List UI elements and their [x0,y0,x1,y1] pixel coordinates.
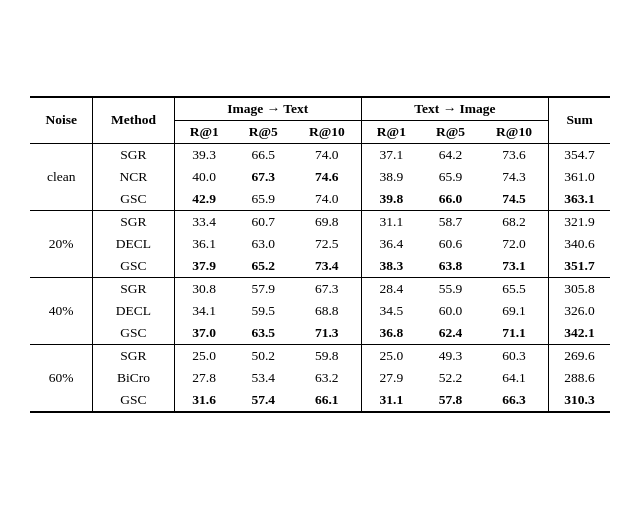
data-cell-i_r1: 30.8 [174,277,234,300]
noise-cell: clean [30,143,93,210]
data-cell-t_r1: 28.4 [361,277,421,300]
data-cell-t_r1: 34.5 [361,300,421,322]
data-cell-t_r10: 73.6 [480,143,549,166]
table-row: 60%SGR25.050.259.825.049.360.3269.6 [30,344,610,367]
data-cell-i_r10: 74.0 [293,143,362,166]
data-cell-t_r10: 69.1 [480,300,549,322]
data-cell-t_r10: 74.5 [480,188,549,211]
data-cell-i_r10: 63.2 [293,367,362,389]
data-cell-i_r5: 57.9 [234,277,293,300]
data-cell-i_r10: 66.1 [293,389,362,412]
table-row: GSC37.965.273.438.363.873.1351.7 [30,255,610,278]
data-cell-i_r1: 27.8 [174,367,234,389]
data-cell-t_r5: 49.3 [421,344,480,367]
table-row: BiCro27.853.463.227.952.264.1288.6 [30,367,610,389]
img-to-text-header: Image → Text [174,97,361,121]
data-cell-i_r5: 59.5 [234,300,293,322]
data-cell-i_r1: 39.3 [174,143,234,166]
data-cell-t_r1: 39.8 [361,188,421,211]
data-cell-t_r1: 38.9 [361,166,421,188]
data-cell-i_r5: 63.0 [234,233,293,255]
data-cell-i_r1: 31.6 [174,389,234,412]
table-row: DECL34.159.568.834.560.069.1326.0 [30,300,610,322]
method-cell: SGR [93,210,174,233]
data-cell-i_r1: 34.1 [174,300,234,322]
data-cell-t_r5: 66.0 [421,188,480,211]
method-cell: GSC [93,255,174,278]
table-row: cleanSGR39.366.574.037.164.273.6354.7 [30,143,610,166]
method-cell: GSC [93,389,174,412]
data-cell-i_r5: 65.2 [234,255,293,278]
results-table: Noise Method Image → Text Text → Image S… [30,96,610,413]
table-row: NCR40.067.374.638.965.974.3361.0 [30,166,610,188]
data-cell-i_r1: 36.1 [174,233,234,255]
data-cell-i_r10: 71.3 [293,322,362,345]
data-cell-i_r5: 63.5 [234,322,293,345]
method-cell: GSC [93,188,174,211]
data-cell-t_r1: 31.1 [361,389,421,412]
data-cell-i_r10: 72.5 [293,233,362,255]
data-cell-i_r1: 37.9 [174,255,234,278]
data-cell-t_r10: 73.1 [480,255,549,278]
method-cell: SGR [93,277,174,300]
noise-cell: 40% [30,277,93,344]
data-cell-sum: 321.9 [549,210,610,233]
table-row: GSC37.063.571.336.862.471.1342.1 [30,322,610,345]
data-cell-sum: 288.6 [549,367,610,389]
data-cell-t_r10: 60.3 [480,344,549,367]
table-row: 40%SGR30.857.967.328.455.965.5305.8 [30,277,610,300]
header-row-1: Noise Method Image → Text Text → Image S… [30,97,610,121]
table-row: GSC31.657.466.131.157.866.3310.3 [30,389,610,412]
t-r1-header: R@1 [361,120,421,143]
data-cell-sum: 342.1 [549,322,610,345]
data-cell-t_r10: 71.1 [480,322,549,345]
data-cell-i_r5: 65.9 [234,188,293,211]
data-cell-t_r1: 27.9 [361,367,421,389]
noise-cell: 60% [30,344,93,412]
data-cell-t_r10: 65.5 [480,277,549,300]
t-r5-header: R@5 [421,120,480,143]
data-cell-sum: 269.6 [549,344,610,367]
data-cell-i_r10: 74.0 [293,188,362,211]
data-cell-t_r10: 66.3 [480,389,549,412]
data-cell-i_r5: 50.2 [234,344,293,367]
i-r1-header: R@1 [174,120,234,143]
method-cell: GSC [93,322,174,345]
data-cell-t_r10: 74.3 [480,166,549,188]
data-cell-i_r10: 69.8 [293,210,362,233]
data-cell-sum: 361.0 [549,166,610,188]
data-cell-t_r5: 62.4 [421,322,480,345]
data-cell-i_r1: 33.4 [174,210,234,233]
data-cell-sum: 326.0 [549,300,610,322]
data-cell-sum: 351.7 [549,255,610,278]
data-cell-t_r5: 58.7 [421,210,480,233]
data-cell-i_r1: 42.9 [174,188,234,211]
data-cell-i_r5: 67.3 [234,166,293,188]
data-cell-t_r5: 57.8 [421,389,480,412]
data-cell-sum: 305.8 [549,277,610,300]
i-r10-header: R@10 [293,120,362,143]
data-cell-i_r10: 73.4 [293,255,362,278]
data-cell-t_r10: 72.0 [480,233,549,255]
data-cell-t_r1: 36.4 [361,233,421,255]
table-row: GSC42.965.974.039.866.074.5363.1 [30,188,610,211]
data-cell-i_r1: 25.0 [174,344,234,367]
data-cell-t_r1: 37.1 [361,143,421,166]
method-header: Method [93,97,174,144]
t-r10-header: R@10 [480,120,549,143]
method-cell: SGR [93,143,174,166]
i-r5-header: R@5 [234,120,293,143]
data-cell-t_r10: 64.1 [480,367,549,389]
data-cell-t_r5: 60.6 [421,233,480,255]
table-container: Noise Method Image → Text Text → Image S… [0,76,640,433]
sum-header: Sum [549,97,610,144]
data-cell-t_r5: 55.9 [421,277,480,300]
data-cell-t_r1: 38.3 [361,255,421,278]
data-cell-i_r1: 40.0 [174,166,234,188]
data-cell-sum: 340.6 [549,233,610,255]
data-cell-t_r5: 60.0 [421,300,480,322]
method-cell: DECL [93,300,174,322]
noise-header: Noise [30,97,93,144]
data-cell-t_r5: 65.9 [421,166,480,188]
data-cell-sum: 363.1 [549,188,610,211]
